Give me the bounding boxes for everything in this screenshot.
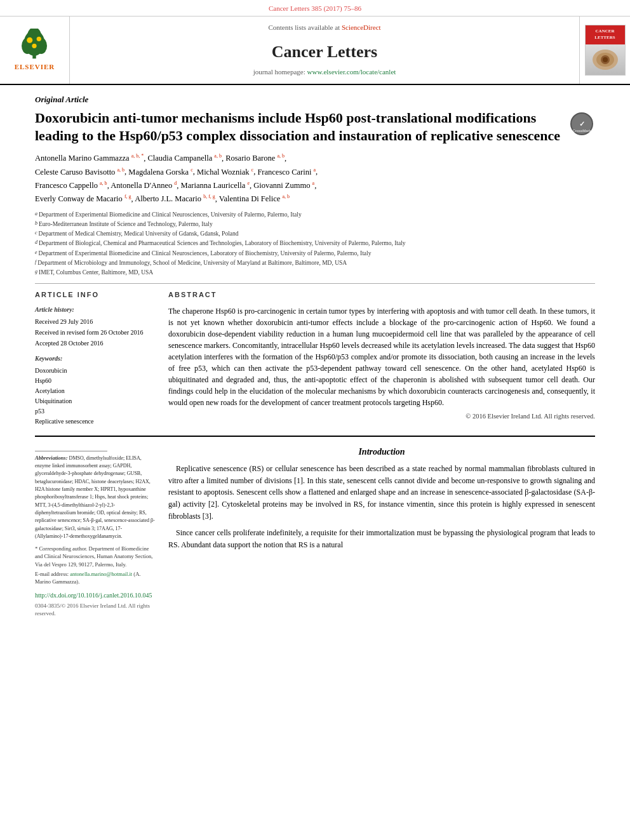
paper-title-section: Doxorubicin anti-tumor mechanisms includ… [35,109,595,145]
homepage-line: journal homepage: www.elsevier.com/locat… [253,67,396,77]
elsevier-branding: ELSEVIER [0,17,70,83]
intro-paragraph-2: Since cancer cells proliferate indefinit… [168,527,595,550]
contents-line: Contents lists available at ScienceDirec… [268,23,380,32]
history-label: Article history: [35,305,156,314]
affiliation-c: c Department of Medical Chemistry, Medic… [35,229,595,238]
abstract-column: ABSTRACT The chaperone Hsp60 is pro-carc… [168,290,595,426]
authors-section: Antonella Marino Gammazza a, b, *, Claud… [35,152,595,206]
journal-title-area: Contents lists available at ScienceDirec… [70,17,579,83]
bottom-divider [35,436,595,437]
journal-header: ELSEVIER Contents lists available at Sci… [0,17,630,84]
journal-title: Cancer Letters [272,41,377,63]
keywords-label: Keywords: [35,354,156,363]
copyright-line: © 2016 Elsevier Ireland Ltd. All rights … [168,412,595,422]
article-info-header: ARTICLE INFO [35,290,156,300]
intro-paragraph-1: Replicative senescence (RS) or cellular … [168,463,595,522]
author-9: Antonella D'Anneo d [111,181,177,190]
doi-block: http://dx.doi.org/10.1016/j.canlet.2016.… [35,591,156,618]
journal-reference: Cancer Letters 385 (2017) 75–86 [269,4,361,12]
corresponding-author-note: * Corresponding author. Department of Bi… [35,545,156,586]
article-info-abstract-section: ARTICLE INFO Article history: Received 2… [35,290,595,426]
author-6: Michal Wozniak c [197,168,253,177]
abbreviations-column: Abbreviations: DMSO, dimethylsulfoxide; … [35,446,156,618]
affiliation-f: f Department of Microbiology and Immunol… [35,258,595,267]
svg-text:✓: ✓ [579,120,585,128]
logo-illustration-icon [590,47,620,72]
author-3: Rosario Barone a, b [225,154,285,163]
main-content: Original Article Doxorubicin anti-tumor … [0,85,630,624]
svg-point-6 [37,37,41,41]
svg-point-11 [603,57,608,62]
author-5: Magdalena Gorska c [128,168,192,177]
journal-logo-area: CANCERLETTERS [579,17,630,83]
author-8: Francesco Cappello a, b [35,181,107,190]
doi-link[interactable]: http://dx.doi.org/10.1016/j.canlet.2016.… [35,591,156,600]
abbreviations-block: Abbreviations: DMSO, dimethylsulfoxide; … [35,454,156,540]
article-type-label: Original Article [35,94,595,105]
elsevier-logo: ELSEVIER [15,29,55,72]
svg-point-7 [32,43,37,48]
abbreviation-divider [35,451,107,451]
introduction-section: Abbreviations: DMSO, dimethylsulfoxide; … [35,446,595,618]
revised-date: Received in revised form 26 October 2016 [35,328,156,337]
affiliations-section: a Department of Experimental Biomedicine… [35,210,595,277]
logo-image-area [586,44,625,75]
crossmark-icon: ✓ CrossMark [570,112,594,136]
affiliation-g: g IMET, Columbus Center, Baltimore, MD, … [35,268,595,277]
author-11: Giovanni Zummo a [253,181,314,190]
article-info-column: ARTICLE INFO Article history: Received 2… [35,290,156,426]
keyword-3: Acetylation [35,386,156,396]
author-13: Alberto J.L. Macario b, f, g [135,194,215,203]
author-2: Claudia Campanella a, b [148,154,222,163]
keyword-5: p53 [35,406,156,417]
affiliation-d: d Department of Biological, Chemical and… [35,239,595,248]
keyword-2: Hsp60 [35,376,156,386]
elsevier-tree-icon [15,29,53,60]
affiliation-e: e Department of Experimental Biomedicine… [35,249,595,258]
affiliation-a: a Department of Experimental Biomedicine… [35,210,595,219]
sciencedirect-link[interactable]: ScienceDirect [342,23,381,31]
introduction-text-column: Introduction Replicative senescence (RS)… [168,446,595,618]
top-bar: Cancer Letters 385 (2017) 75–86 [0,0,630,17]
svg-point-5 [27,37,33,43]
author-10: Marianna Lauricella e [181,181,250,190]
paper-title: Doxorubicin anti-tumor mechanisms includ… [35,109,562,145]
author-1: Antonella Marino Gammazza a, b, * [35,154,144,163]
introduction-title: Introduction [168,446,595,458]
abstract-text: The chaperone Hsp60 is pro-carcinogenic … [168,305,595,408]
homepage-url[interactable]: www.elsevier.com/locate/canlet [307,68,396,76]
keyword-1: Doxorubicin [35,366,156,376]
crossmark-badge[interactable]: ✓ CrossMark [570,112,595,139]
introduction-body: Replicative senescence (RS) or cellular … [168,463,595,550]
email-address[interactable]: antonella.marino@hotmail.it [70,571,132,577]
svg-text:CrossMark: CrossMark [572,129,591,133]
author-14: Valentina Di Felice a, b [219,194,290,203]
accepted-date: Accepted 28 October 2016 [35,338,156,348]
issn-line: 0304-3835/© 2016 Elsevier Ireland Ltd. A… [35,602,156,618]
keyword-6: Replicative senescence [35,417,156,427]
abstract-header: ABSTRACT [168,290,595,300]
keywords-list: Doxorubicin Hsp60 Acetylation Ubiquitina… [35,366,156,427]
section-divider-1 [35,283,595,284]
received-date: Received 29 July 2016 [35,317,156,326]
author-7: Francesco Carini a [257,168,316,177]
journal-logo: CANCERLETTERS [585,25,626,76]
email-label: E-mail address: [35,571,69,577]
author-12: Everly Conway de Macario f, g [35,194,131,203]
logo-top: CANCERLETTERS [586,25,625,44]
keyword-4: Ubiquitination [35,396,156,406]
elsevier-label: ELSEVIER [15,62,55,72]
author-4: Celeste Caruso Bavisotto a, b [35,168,124,177]
email-footnote: E-mail address: antonella.marino@hotmail… [35,570,156,586]
abbreviations-text: DMSO, dimethylsulfoxide; ELISA, enzyme l… [35,455,155,539]
affiliation-b: b Euro-Mediterranean Institute of Scienc… [35,220,595,229]
